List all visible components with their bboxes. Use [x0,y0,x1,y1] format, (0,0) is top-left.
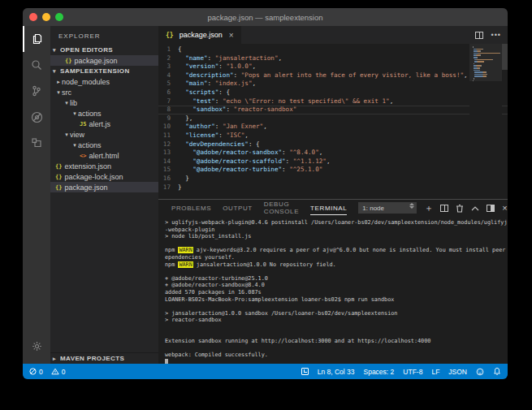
maven-projects-header[interactable]: ▸ MAVEN PROJECTS [50,352,158,364]
minimap-slider[interactable] [469,44,502,81]
tree-item-extension-json[interactable]: {}extension.json [50,161,158,171]
tree-item-lib[interactable]: ▾lib [50,97,158,108]
encoding-setting[interactable]: UTF-8 [403,368,422,376]
sidebar-explorer: EXPLORER ▾ OPEN EDITORS {} package.json … [50,26,158,364]
tree-item-package-json[interactable]: {}package.json [50,182,158,192]
tree-item-actions[interactable]: ▾actions [50,108,158,119]
code-content: 1{2 "name": "jansalertaction",3 "version… [158,44,508,192]
tree-item-label: extension.json [64,162,111,170]
explorer-icon[interactable] [23,26,50,52]
code-line: 7 "test": "echo \"Error: no test specifi… [158,97,508,106]
indentation-setting[interactable]: Spaces: 2 [364,368,395,376]
tree-item-label: src [62,88,71,97]
terminal-line [165,345,508,352]
vscode-window: package.json — sampleextension [23,8,508,379]
code-editor[interactable]: 1{2 "name": "jansalertaction",3 "version… [158,44,508,199]
more-actions-icon[interactable]: ••• [491,31,501,39]
maximize-panel-icon[interactable] [471,205,479,211]
panel-tab-problems[interactable]: PROBLEMS [171,200,211,216]
tree-item-actions[interactable]: ▾actions [50,140,158,150]
terminal-line: npm WARN ajv-keywords@3.2.0 requires a p… [165,247,508,254]
terminal-select[interactable]: 1: node [358,202,417,214]
tree-item-label: actions [78,141,102,149]
panel-tab-debug-console[interactable]: DEBUG CONSOLE [264,200,299,216]
chevron-down-icon: ▾ [63,132,70,138]
terminal-line: > uglifyjs-webpack-plugin@0.4.6 postinst… [165,219,508,227]
json-file-icon: {} [55,184,62,191]
line-number: 10 [158,123,178,132]
project-section-header[interactable]: ▾ SAMPLEEXTENSION [50,66,158,76]
status-square-icon[interactable] [301,368,309,375]
open-editors-header[interactable]: ▾ OPEN EDITORS [50,45,158,55]
tree-item-src[interactable]: ▾src [50,87,158,97]
terminal-line: > jansalertaction@1.0.0 sandbox /Users/l… [165,310,508,317]
line-number: 3 [158,63,178,71]
code-line: 6 "scripts": { [158,88,508,97]
split-terminal-icon[interactable] [440,205,448,212]
panel-header: PROBLEMSOUTPUTDEBUG CONSOLETERMINAL 1: n… [158,200,508,216]
problems-errors[interactable]: 0 [29,368,43,376]
panel-tab-terminal[interactable]: TERMINAL [310,200,347,216]
code-line: 16 } [158,175,508,183]
close-panel-icon[interactable]: × [502,204,507,213]
tree-item-label: view [70,131,84,139]
terminal-line: > node lib/post_install.js [165,233,508,240]
eol-setting[interactable]: LF [431,368,439,376]
tree-item-node-modules[interactable]: ▸node_modules [50,76,158,87]
terminal-line [165,268,508,275]
line-number: 13 [158,149,178,158]
chevron-right-icon: ▸ [55,79,62,85]
extensions-icon[interactable] [23,130,50,156]
terminal-line [165,240,508,248]
code-line: 10 "author": "Jan Exner", [158,123,508,132]
code-line: 15 "@adobe/reactor-turbine": "^25.1.0" [158,166,508,175]
tree-item-label: package.json [64,183,107,192]
tree-item-label: alert.js [89,120,110,128]
source-control-icon[interactable] [23,78,50,104]
code-line: 5 "main": "index.js", [158,80,508,88]
json-file-icon: {} [65,58,71,64]
terminal-line [165,303,508,310]
line-number: 16 [158,175,178,183]
panel-tab-output[interactable]: OUTPUT [223,200,253,216]
chevron-right-icon: ▸ [53,356,58,362]
terminal-line: + @adobe/reactor-turbine@25.1.0 [165,275,508,283]
minimap[interactable] [469,44,502,199]
tab-package-json[interactable]: {} package.json × [158,26,241,44]
terminal-line [165,324,508,331]
code-line: 12 "devDependencies": { [158,140,508,149]
tree-item-view[interactable]: ▾view [50,129,158,140]
terminal-line: added 570 packages in 16.087s [165,289,508,296]
cursor-position[interactable]: Ln 8, Col 33 [318,368,355,376]
terminal-line: Extension sandbox running at http://loca… [165,338,508,345]
debug-icon[interactable] [23,104,50,130]
problems-warnings[interactable]: 0 [51,368,66,376]
select-stepper-icon [409,203,414,209]
tree-item-alert-html[interactable]: <>alert.html [50,150,158,161]
feedback-smiley-icon[interactable] [476,368,484,376]
line-number: 17 [158,183,178,192]
code-line: 1{ [158,45,508,54]
error-icon [29,368,37,375]
notifications-bell-icon[interactable] [493,367,501,376]
code-line: 17} [158,183,508,192]
settings-gear-icon[interactable] [23,333,50,359]
close-window-button[interactable] [29,13,37,21]
editor-scrollbar[interactable] [502,44,508,70]
line-number: 12 [158,140,178,149]
zoom-window-button[interactable] [55,13,63,21]
terminal-output[interactable]: > uglifyjs-webpack-plugin@0.4.6 postinst… [158,216,508,364]
close-tab-icon[interactable]: × [229,31,234,40]
move-panel-icon[interactable] [487,205,495,212]
open-editor-item-package-json[interactable]: {} package.json [50,55,158,66]
tree-item-package-lock-json[interactable]: {}package-lock.json [50,171,158,182]
language-mode[interactable]: JSON [448,368,467,376]
new-terminal-icon[interactable]: ＋ [424,204,433,213]
search-icon[interactable] [23,52,50,78]
minimize-window-button[interactable] [42,13,50,21]
line-number: 4 [158,71,178,80]
split-editor-icon[interactable] [475,32,483,39]
tree-item-label: lib [70,99,77,107]
kill-terminal-icon[interactable] [456,204,464,213]
tree-item-alert-js[interactable]: JSalert.js [50,119,158,129]
